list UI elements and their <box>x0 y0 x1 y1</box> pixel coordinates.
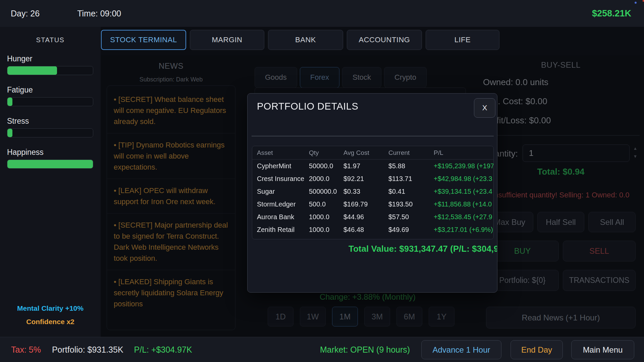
buff-mental-clarity: Mental Clarity +10% <box>0 304 101 312</box>
divider <box>482 135 640 136</box>
end-day-button[interactable]: End Day <box>511 340 563 359</box>
stat-label: Stress <box>7 117 93 126</box>
cell-asset: Zenith Retail <box>257 226 309 234</box>
col-current: Current <box>388 149 434 157</box>
portfolio-table: Asset Qty Avg Cost Current P/L CypherMin… <box>252 146 494 239</box>
tab-forex[interactable]: Forex <box>300 67 339 88</box>
half-sell-button[interactable]: Half Sell <box>537 212 585 232</box>
stress-bar-fill <box>7 129 12 137</box>
insufficient-warning: Insufficient quantity! Selling: 1 Owned:… <box>482 191 640 199</box>
pl-value: P/L: +$304.97K <box>134 345 192 355</box>
table-row: CypherMint 50000.0 $1.97 $5.88 +$195,239… <box>252 160 493 172</box>
main-menu-button[interactable]: Main Menu <box>571 340 634 359</box>
notification-dot-icon <box>635 2 637 4</box>
transactions-button[interactable]: TRANSACTIONS <box>563 270 636 291</box>
col-avg-cost: Avg Cost <box>343 149 388 157</box>
cell-qty: 1000.0 <box>309 226 343 234</box>
sell-button[interactable]: SELL <box>563 241 636 261</box>
trade-total: Total: $0.94 <box>482 167 640 177</box>
cell-qty: 50000.0 <box>309 162 343 170</box>
stat-label: Happiness <box>7 148 93 157</box>
modal-title: PORTFOLIO DETAILS <box>257 101 358 112</box>
sell-all-button[interactable]: Sell All <box>588 212 636 232</box>
period-1y[interactable]: 1Y <box>429 307 454 326</box>
tab-stock[interactable]: Stock <box>342 67 381 88</box>
buff-confidence: Confidence x2 <box>0 318 101 326</box>
col-pl: P/L <box>434 149 489 157</box>
tab-margin[interactable]: MARGIN <box>190 30 264 50</box>
main-tab-bar: STOCK TERMINAL MARGIN BANK ACCOUNTING LI… <box>101 30 499 50</box>
read-news-button[interactable]: Read News (+1 Hour) <box>486 307 636 328</box>
read-news-row: Read News (+1 Hour) <box>482 307 640 328</box>
tab-accounting[interactable]: ACCOUNTING <box>347 30 422 50</box>
buy-sell-title: BUY-SELL <box>482 60 640 70</box>
time-display: Time: 09:00 <box>77 9 121 18</box>
cell-avg-cost: $169.79 <box>343 200 388 208</box>
cell-pl: +$12,538.45 (+27.9 <box>434 213 492 221</box>
tab-bank[interactable]: BANK <box>268 30 343 50</box>
bottom-bar: Tax: 5% Portfolio: $931.35K P/L: +$304.9… <box>0 337 644 362</box>
cell-asset: Aurora Bank <box>257 213 309 221</box>
owned-units: Owned: 0.0 units <box>483 77 548 87</box>
portfolio-value: Portfolio: $931.35K <box>52 345 123 355</box>
portfolio-row: Portfolio: ${0} TRANSACTIONS <box>482 270 640 291</box>
table-row: Sugar 500000.0 $0.33 $0.41 +$39,134.15 (… <box>252 185 493 198</box>
quick-trade-row: Max Buy Half Sell Sell All <box>482 212 640 232</box>
market-status: Market: OPEN (9 hours) <box>320 345 410 355</box>
tax-label: Tax: 5% <box>11 345 41 355</box>
cell-qty: 2000.0 <box>309 175 343 183</box>
cell-pl: +$195,239.98 (+197 <box>434 162 494 170</box>
tab-life[interactable]: LIFE <box>426 30 499 50</box>
news-list[interactable]: • [SECRET] Wheat balance sheet will come… <box>107 85 235 330</box>
news-item: • [SECRET] Major partnership deal to be … <box>107 214 235 270</box>
stat-fatigue: Fatigue <box>7 85 93 106</box>
news-subscription: Subscription: Dark Web <box>101 76 241 83</box>
cell-pl: +$11,856.88 (+14.0 <box>434 200 492 208</box>
buy-sell-panel: BUY-SELL Owned: 0.0 units Avg. Cost: $0.… <box>482 55 640 337</box>
cell-avg-cost: $44.96 <box>343 213 388 221</box>
period-1w[interactable]: 1W <box>300 307 326 326</box>
cell-qty: 500000.0 <box>309 188 343 195</box>
cell-current: $57.50 <box>388 213 434 221</box>
spinner-up-icon[interactable]: ▲ <box>632 146 638 150</box>
period-1d[interactable]: 1D <box>268 307 293 326</box>
table-row: Zenith Retail 1000.0 $46.48 $49.69 +$3,2… <box>252 223 493 236</box>
cash-balance: $258.21K <box>592 8 631 19</box>
spinner-down-icon[interactable]: ▼ <box>632 155 638 159</box>
tab-crypto[interactable]: Crypto <box>384 67 427 88</box>
period-buttons: 1D 1W 1M 3M 6M 1Y <box>268 307 454 326</box>
quantity-input[interactable] <box>523 144 630 162</box>
col-qty: Qty <box>309 149 343 157</box>
table-header: Asset Qty Avg Cost Current P/L <box>252 146 493 160</box>
cell-current: $0.41 <box>388 188 434 195</box>
advance-hour-button[interactable]: Advance 1 Hour <box>421 340 501 359</box>
table-row: Crest Insurance 2000.0 $92.21 $113.71 +$… <box>252 172 493 185</box>
cell-asset: CypherMint <box>257 162 309 170</box>
cell-current: $5.88 <box>388 162 434 170</box>
status-title: STATUS <box>0 36 101 44</box>
period-6m[interactable]: 6M <box>396 307 422 326</box>
period-1m[interactable]: 1M <box>332 307 358 326</box>
cell-current: $193.50 <box>388 200 434 208</box>
happiness-bar-fill <box>7 160 93 168</box>
change-label: Change: +3.88% (Monthly) <box>247 292 488 302</box>
divider <box>252 136 494 136</box>
period-3m[interactable]: 3M <box>364 307 390 326</box>
buy-sell-row: BUY SELL <box>482 241 640 261</box>
tab-goods[interactable]: Goods <box>255 67 297 88</box>
cell-asset: StormLedger <box>257 200 309 208</box>
status-sidebar: STATUS Hunger Fatigue Stress Happiness M… <box>0 27 101 337</box>
asset-type-tabs: Goods Forex Stock Crypto <box>255 67 427 88</box>
stat-happiness: Happiness <box>7 148 93 169</box>
news-item: • [LEAK] OPEC will withdraw support for … <box>107 179 235 214</box>
stat-stress: Stress <box>7 117 93 137</box>
happiness-bar <box>7 160 93 169</box>
cell-avg-cost: $46.48 <box>343 226 388 234</box>
stat-hunger: Hunger <box>7 54 93 75</box>
close-button[interactable]: X <box>474 98 495 118</box>
news-title: NEWS <box>101 61 241 71</box>
tab-stock-terminal[interactable]: STOCK TERMINAL <box>101 30 186 50</box>
cell-current: $113.71 <box>388 175 434 183</box>
cell-pl: +$42,984.98 (+23.3 <box>434 175 492 183</box>
cell-asset: Sugar <box>257 188 309 195</box>
